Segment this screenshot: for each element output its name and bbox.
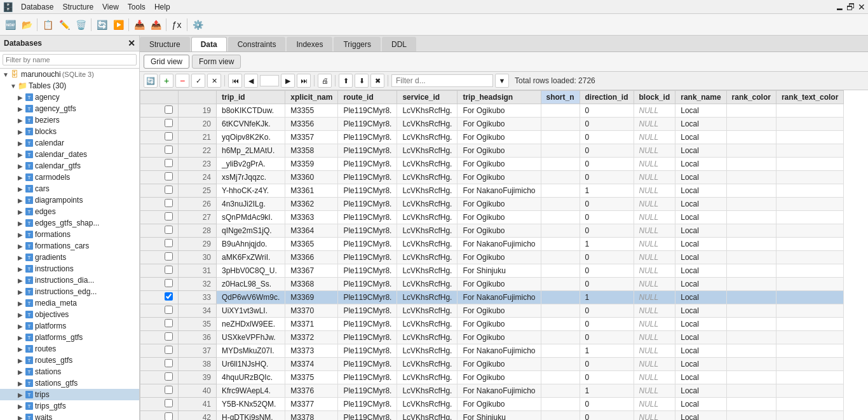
row-checkbox-cell[interactable] xyxy=(140,384,179,398)
table-row[interactable]: 30 aMK6FxZWriI. M3366 Ple119CMyr8. LcVKh… xyxy=(140,251,844,264)
row-checkbox-cell[interactable] xyxy=(140,371,179,384)
row-checkbox-cell[interactable] xyxy=(140,251,179,264)
col-rank-name[interactable]: rank_name xyxy=(675,91,726,104)
col-service-id[interactable]: service_id xyxy=(397,91,458,104)
subtab-grid[interactable]: Grid view xyxy=(144,55,189,69)
import-button[interactable]: 📥 xyxy=(132,17,147,32)
delete-table-button[interactable]: 🗑️ xyxy=(73,17,88,32)
table-formations[interactable]: ▶ T formations xyxy=(0,229,139,240)
database-node[interactable]: ▼ 🗄 marunouchi (SQLite 3) xyxy=(0,69,139,80)
delete-row-button[interactable]: − xyxy=(175,74,189,88)
table-trips[interactable]: ▶ T trips xyxy=(0,389,139,400)
table-row[interactable]: 27 sQnPMdAc9kI. M3363 Ple119CMyr8. LcVKh… xyxy=(140,211,844,224)
close-button[interactable]: ✕ xyxy=(858,2,865,12)
table-formations-cars[interactable]: ▶ T formations_cars xyxy=(0,240,139,252)
table-instructions-edg[interactable]: ▶ T instructions_edg... xyxy=(0,286,139,297)
table-row[interactable]: 20 6tKCVNfeKJk. M3356 Ple119CMyr8. LcVKh… xyxy=(140,118,844,131)
table-row[interactable]: 42 H-gDTKi9sNM. M3378 Ple119CMyr8. LcVKh… xyxy=(140,411,844,421)
maximize-button[interactable]: 🗗 xyxy=(846,2,855,12)
menu-structure[interactable]: Structure xyxy=(58,1,97,13)
table-row[interactable]: 36 USXkeVPFhJw. M3372 Ple119CMyr8. LcVKh… xyxy=(140,331,844,344)
tab-constraints[interactable]: Constraints xyxy=(228,37,286,51)
table-agency-gtfs[interactable]: ▶ T agency_gtfs xyxy=(0,103,139,114)
add-row-button[interactable]: + xyxy=(159,74,173,88)
clear-sort-button[interactable]: ✖ xyxy=(370,74,384,88)
table-instructions[interactable]: ▶ T instructions xyxy=(0,263,139,274)
tab-ddl[interactable]: DDL xyxy=(382,37,416,51)
sidebar-filter-input[interactable] xyxy=(3,54,137,65)
table-media-meta[interactable]: ▶ T media_meta xyxy=(0,297,139,309)
sort-asc-button[interactable]: ⬆ xyxy=(339,74,353,88)
execute-button[interactable]: ▶️ xyxy=(111,17,126,32)
row-checkbox-cell[interactable] xyxy=(140,118,179,131)
table-agency[interactable]: ▶ T agency xyxy=(0,91,139,103)
new-db-button[interactable]: 🆕 xyxy=(3,17,18,32)
table-gradients[interactable]: ▶ T gradients xyxy=(0,252,139,263)
table-row[interactable]: 31 3pHbV0C8Q_U. M3367 Ple119CMyr8. LcVKh… xyxy=(140,264,844,278)
tables-folder[interactable]: ▼ 📁 Tables (30) xyxy=(0,80,139,91)
row-checkbox-cell[interactable] xyxy=(140,331,179,344)
table-stations[interactable]: ▶ T stations xyxy=(0,366,139,377)
row-checkbox-cell[interactable] xyxy=(140,291,179,304)
table-diagrampoints[interactable]: ▶ T diagrampoints xyxy=(0,194,139,206)
table-edges-gtfs-shap[interactable]: ▶ T edges_gtfs_shap... xyxy=(0,217,139,229)
row-checkbox-cell[interactable] xyxy=(140,144,179,158)
formula-button[interactable]: ƒx xyxy=(169,17,184,32)
refresh-button[interactable]: 🔄 xyxy=(94,17,109,32)
table-objectives[interactable]: ▶ T objectives xyxy=(0,309,139,320)
table-carmodels[interactable]: ▶ T carmodels xyxy=(0,172,139,183)
table-row[interactable]: 19 b8oKIKCTDuw. M3355 Ple119CMyr8. LcVKh… xyxy=(140,104,844,118)
row-checkbox-cell[interactable] xyxy=(140,264,179,278)
col-trip-id[interactable]: trip_id xyxy=(217,91,285,104)
table-row[interactable]: 37 MYDsMkuZ07I. M3373 Ple119CMyr8. LcVKh… xyxy=(140,344,844,358)
add-table-button[interactable]: 📋 xyxy=(40,17,55,32)
row-checkbox-cell[interactable] xyxy=(140,184,179,198)
settings-button[interactable]: ⚙️ xyxy=(190,17,205,32)
menu-help[interactable]: Help xyxy=(151,1,174,13)
sort-desc-button[interactable]: ⬇ xyxy=(355,74,369,88)
tab-indexes[interactable]: Indexes xyxy=(287,37,332,51)
last-page-button[interactable]: ⏭ xyxy=(297,74,311,88)
table-row[interactable]: 26 4n3nuJi2ILg. M3362 Ple119CMyr8. LcVKh… xyxy=(140,198,844,211)
col-rank-text-color[interactable]: rank_text_color xyxy=(776,91,843,104)
menu-view[interactable]: View xyxy=(98,1,123,13)
col-xplicit-nam[interactable]: xplicit_nam xyxy=(285,91,338,104)
col-direction-id[interactable]: direction_id xyxy=(580,91,634,104)
table-row[interactable]: 28 qINge2mS1jQ. M3364 Ple119CMyr8. LcVKh… xyxy=(140,224,844,238)
table-trips-gtfs[interactable]: ▶ T trips_gtfs xyxy=(0,400,139,412)
subtab-form[interactable]: Form view xyxy=(192,55,241,69)
table-row[interactable]: 38 Ur6ll1NJsHQ. M3374 Ple119CMyr8. LcVKh… xyxy=(140,358,844,371)
table-row[interactable]: 33 QdP6wV6Wm9c. M3369 Ple119CMyr8. LcVKh… xyxy=(140,291,844,304)
row-checkbox-cell[interactable] xyxy=(140,344,179,358)
menu-database[interactable]: Database xyxy=(17,1,57,13)
col-block-id[interactable]: block_id xyxy=(634,91,675,104)
table-calendar[interactable]: ▶ T calendar xyxy=(0,137,139,149)
menu-tools[interactable]: Tools xyxy=(124,1,149,13)
table-row[interactable]: 39 4hquURzBQIc. M3375 Ple119CMyr8. LcVKh… xyxy=(140,371,844,384)
first-page-button[interactable]: ⏮ xyxy=(228,74,242,88)
minimize-button[interactable]: 🗕 xyxy=(835,2,844,12)
row-checkbox-cell[interactable] xyxy=(140,278,179,291)
table-platforms-gtfs[interactable]: ▶ T platforms_gtfs xyxy=(0,332,139,343)
tab-data[interactable]: Data xyxy=(191,37,227,51)
row-checkbox-cell[interactable] xyxy=(140,198,179,211)
sidebar-toggle[interactable]: ✕ xyxy=(128,38,135,48)
table-row[interactable]: 24 xsMj7rJqqzc. M3360 Ple119CMyr8. LcVKh… xyxy=(140,171,844,184)
row-checkbox-cell[interactable] xyxy=(140,238,179,251)
col-trip-headsign[interactable]: trip_headsign xyxy=(458,91,541,104)
next-page-button[interactable]: ▶ xyxy=(281,74,295,88)
table-beziers[interactable]: ▶ T beziers xyxy=(0,114,139,126)
col-checkbox[interactable] xyxy=(140,91,179,104)
page-input[interactable]: 1 xyxy=(260,75,279,86)
table-row[interactable]: 23 _yliBv2gPrA. M3359 Ple119CMyr8. LcVKh… xyxy=(140,158,844,171)
open-button[interactable]: 📂 xyxy=(19,17,34,32)
table-row[interactable]: 29 B9uAhnjqjdo. M3365 Ple119CMyr8. LcVKh… xyxy=(140,238,844,251)
row-checkbox-cell[interactable] xyxy=(140,358,179,371)
table-blocks[interactable]: ▶ T blocks xyxy=(0,126,139,137)
table-row[interactable]: 21 yqOipv8K2Ko. M3357 Ple119CMyr8. LcVKh… xyxy=(140,131,844,144)
table-row[interactable]: 41 Y5B-KNx52QM. M3377 Ple119CMyr8. LcVKh… xyxy=(140,398,844,411)
table-stations-gtfs[interactable]: ▶ T stations_gtfs xyxy=(0,377,139,389)
col-short-n[interactable]: short_n xyxy=(541,91,580,104)
row-checkbox-cell[interactable] xyxy=(140,131,179,144)
table-cars[interactable]: ▶ T cars xyxy=(0,183,139,194)
